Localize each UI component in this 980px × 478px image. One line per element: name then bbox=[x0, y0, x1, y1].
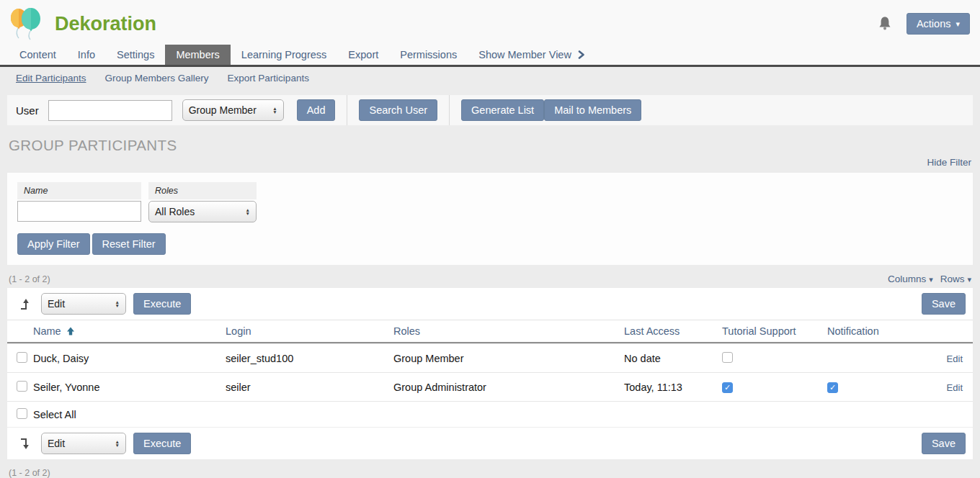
mail-to-members-button[interactable]: Mail to Members bbox=[544, 99, 641, 121]
select-spinner-icon: ▲▼ bbox=[272, 107, 277, 114]
toolbar-separator bbox=[449, 95, 450, 125]
cell-last-access: Today, 11:13 bbox=[624, 382, 722, 393]
user-label: User bbox=[16, 104, 39, 117]
tab-permissions[interactable]: Permissions bbox=[389, 45, 468, 65]
hide-filter-link[interactable]: Hide Filter bbox=[927, 157, 971, 168]
role-select-value: Group Member bbox=[189, 104, 257, 116]
tab-label: Permissions bbox=[400, 49, 457, 60]
tab-label: Content bbox=[19, 49, 56, 60]
column-header-notification[interactable]: Notification bbox=[827, 325, 914, 337]
filter-roles-select[interactable]: All Roles ▲▼ bbox=[148, 201, 257, 222]
actions-button[interactable]: Actions ▾ bbox=[906, 13, 970, 35]
filter-name-label: Name bbox=[17, 182, 141, 199]
column-header-last-access[interactable]: Last Access bbox=[624, 325, 722, 337]
filter-panel: Name Roles All Roles ▲▼ Apply Filter Res… bbox=[7, 173, 973, 265]
brand: Dekoration bbox=[9, 6, 156, 42]
caret-down-icon: ▾ bbox=[967, 275, 971, 284]
column-header-roles[interactable]: Roles bbox=[393, 325, 624, 337]
cell-roles: Group Administrator bbox=[393, 382, 624, 393]
filter-field-roles: Roles All Roles ▲▼ bbox=[148, 182, 257, 222]
apply-filter-button[interactable]: Apply Filter bbox=[17, 233, 90, 255]
select-spinner-icon: ▲▼ bbox=[115, 300, 120, 308]
cell-name: Duck, Daisy bbox=[33, 353, 226, 364]
generate-list-button[interactable]: Generate List bbox=[461, 99, 544, 121]
row-edit-link[interactable]: Edit bbox=[947, 382, 963, 393]
tab-label: Info bbox=[78, 49, 95, 60]
save-button-bottom[interactable]: Save bbox=[922, 433, 966, 454]
chevron-right-icon bbox=[577, 50, 585, 59]
tab-export[interactable]: Export bbox=[337, 45, 389, 65]
cell-login: seiler_stud100 bbox=[226, 353, 393, 364]
tab-settings[interactable]: Settings bbox=[106, 45, 165, 65]
row-checkbox[interactable] bbox=[17, 352, 27, 363]
columns-menu[interactable]: Columns▾ bbox=[888, 274, 933, 284]
main-tabs: Content Info Settings Members Learning P… bbox=[0, 45, 980, 67]
filter-field-name: Name bbox=[17, 182, 141, 222]
select-all-label: Select All bbox=[33, 409, 226, 420]
column-header-login[interactable]: Login bbox=[226, 325, 393, 337]
member-subtabs: Edit Participants Group Members Gallery … bbox=[0, 67, 980, 89]
page-title: Dekoration bbox=[55, 13, 156, 35]
table-row: Duck, Daisy seiler_stud100 Group Member … bbox=[7, 343, 973, 372]
tab-label: Show Member View bbox=[478, 49, 571, 60]
cell-login: seiler bbox=[226, 382, 393, 393]
tab-label: Learning Progress bbox=[241, 49, 327, 60]
select-spinner-icon: ▲▼ bbox=[115, 440, 120, 448]
section-head: GROUP PARTICIPANTS bbox=[0, 125, 980, 154]
bulk-action-value: Edit bbox=[48, 298, 65, 310]
select-all-checkbox[interactable] bbox=[17, 408, 27, 419]
actions-button-label: Actions bbox=[917, 18, 951, 30]
apply-to-selection-up-icon bbox=[19, 298, 31, 310]
tab-members[interactable]: Members bbox=[165, 45, 230, 65]
caret-down-icon: ▾ bbox=[956, 20, 960, 28]
apply-to-selection-down-icon bbox=[19, 438, 31, 450]
row-edit-link[interactable]: Edit bbox=[947, 353, 963, 364]
tab-show-member-view[interactable]: Show Member View bbox=[468, 45, 596, 65]
header: Dekoration Actions ▾ bbox=[0, 0, 980, 45]
tab-label: Settings bbox=[117, 49, 154, 60]
section-title: GROUP PARTICIPANTS bbox=[9, 137, 971, 154]
search-user-button[interactable]: Search User bbox=[359, 99, 437, 121]
cell-name: Seiler, Yvonne bbox=[33, 382, 226, 393]
select-spinner-icon: ▲▼ bbox=[246, 208, 250, 216]
filter-roles-label: Roles bbox=[148, 182, 257, 199]
tutorial-support-checkbox[interactable] bbox=[722, 352, 733, 363]
filter-roles-select-value: All Roles bbox=[155, 206, 195, 217]
execute-button-bottom[interactable]: Execute bbox=[133, 433, 191, 454]
row-checkbox[interactable] bbox=[17, 381, 27, 392]
role-select[interactable]: Group Member ▲▼ bbox=[182, 99, 284, 121]
subtab-export-participants[interactable]: Export Participants bbox=[228, 73, 309, 84]
bulk-bar-top: Edit ▲▼ Execute Save bbox=[7, 288, 973, 320]
select-all-row: Select All bbox=[7, 401, 973, 427]
tab-label: Export bbox=[348, 49, 378, 60]
save-button-top[interactable]: Save bbox=[922, 293, 966, 315]
reset-filter-button[interactable]: Reset Filter bbox=[92, 233, 166, 255]
tab-label: Members bbox=[176, 49, 219, 60]
notification-bell-icon[interactable] bbox=[878, 16, 892, 32]
table-meta: (1 - 2 of 2) Columns▾ Rows▾ bbox=[0, 265, 980, 288]
add-button[interactable]: Add bbox=[297, 99, 336, 121]
tab-learning-progress[interactable]: Learning Progress bbox=[231, 45, 338, 65]
tab-content[interactable]: Content bbox=[9, 45, 67, 65]
table-header-row: Name Login Roles Last Access Tutorial Su… bbox=[7, 320, 973, 343]
execute-button-top[interactable]: Execute bbox=[133, 293, 191, 315]
tutorial-support-checkbox[interactable]: ✓ bbox=[722, 382, 733, 393]
bulk-action-select-top[interactable]: Edit ▲▼ bbox=[41, 293, 126, 315]
bulk-action-value: Edit bbox=[48, 438, 65, 449]
rows-menu[interactable]: Rows▾ bbox=[940, 274, 971, 284]
tab-info[interactable]: Info bbox=[67, 45, 106, 65]
notification-checkbox[interactable]: ✓ bbox=[827, 382, 838, 393]
balloons-logo-icon bbox=[9, 6, 45, 42]
result-count-top: (1 - 2 of 2) bbox=[9, 274, 50, 284]
caret-down-icon: ▾ bbox=[929, 275, 933, 284]
header-actions: Actions ▾ bbox=[878, 13, 970, 35]
subtab-group-members-gallery[interactable]: Group Members Gallery bbox=[105, 73, 209, 84]
result-count-bottom: (1 - 2 of 2) bbox=[0, 459, 980, 478]
bulk-action-select-bottom[interactable]: Edit ▲▼ bbox=[41, 433, 126, 454]
sort-ascending-icon bbox=[66, 327, 75, 335]
subtab-edit-participants[interactable]: Edit Participants bbox=[16, 73, 86, 84]
column-header-tutorial-support[interactable]: Tutorial Support bbox=[722, 325, 827, 337]
filter-name-input[interactable] bbox=[17, 201, 141, 222]
column-header-name[interactable]: Name bbox=[33, 325, 226, 337]
user-input[interactable] bbox=[48, 100, 172, 121]
